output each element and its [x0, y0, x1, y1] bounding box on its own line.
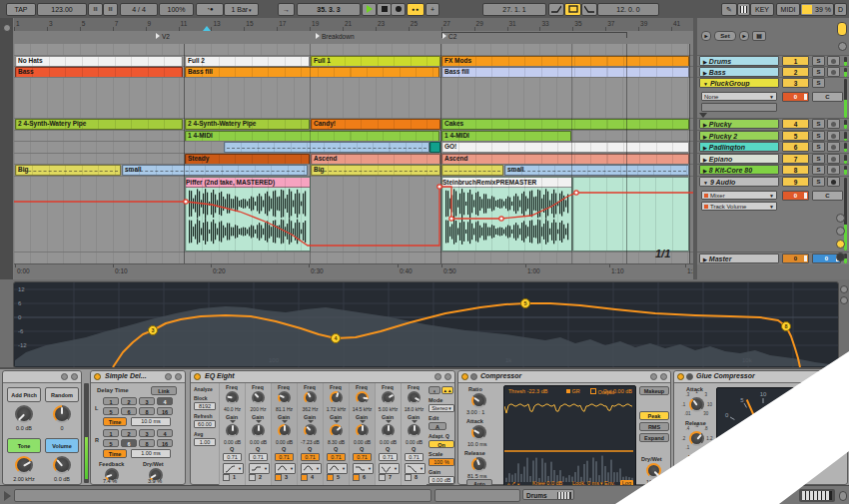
clip[interactable]: Steady — [185, 154, 310, 165]
play-icon[interactable]: ▶ — [703, 70, 707, 76]
locator-c2[interactable]: C2 — [442, 33, 456, 40]
gain-knob[interactable] — [356, 424, 369, 437]
send-slider[interactable]: 0 — [782, 191, 809, 201]
lane-epiano[interactable]: SteadyAscendAscend — [14, 153, 693, 165]
save-preset-icon[interactable] — [71, 373, 78, 380]
eq-band-handle-8[interactable]: 8 — [782, 322, 791, 331]
arm-button[interactable] — [827, 119, 840, 129]
makeup-button[interactable]: Makeup — [639, 386, 669, 395]
track-header-epiano[interactable]: ▶Epiano7S — [697, 153, 849, 165]
play-icon[interactable]: ▶ — [703, 256, 707, 262]
attack-knob[interactable] — [471, 425, 486, 440]
fold-icon[interactable] — [686, 373, 693, 380]
macro-knob[interactable] — [53, 405, 71, 423]
scroll-up-icon[interactable] — [836, 214, 845, 223]
left-delay-ms-field[interactable]: 10.0 ms — [131, 417, 171, 426]
play-icon[interactable]: ▶ — [703, 59, 707, 65]
overview-toggle-icon[interactable] — [3, 24, 11, 32]
delay-grid-button[interactable]: 8 — [139, 407, 155, 415]
analyze-toggle-icon[interactable]: ▲▲ — [441, 386, 453, 394]
arm-button[interactable] — [827, 154, 840, 164]
delay-grid-button[interactable]: 6 — [121, 407, 137, 415]
macro-knob[interactable] — [15, 456, 33, 474]
locator-row[interactable]: V2BreakdownC2 — [14, 31, 693, 45]
quantization-selector[interactable]: 1 Bar — [224, 3, 259, 16]
filter-type-selector[interactable]: ▼ — [249, 463, 270, 474]
compressor-title-bar[interactable]: Compressor — [458, 371, 670, 383]
q-field[interactable]: 0.71 — [301, 453, 320, 461]
track-name-cell[interactable]: ▶Plucky 2 — [699, 131, 779, 141]
track-name-cell[interactable]: ▶Plucky — [699, 119, 779, 129]
track-header-master[interactable]: ▶Master00 — [697, 252, 849, 264]
eq-eight-title-bar[interactable]: EQ Eight — [191, 371, 454, 383]
gain-knob[interactable] — [330, 424, 343, 437]
metronome-button[interactable]: ◔● — [196, 3, 224, 16]
refresh-field[interactable]: 60.00 — [194, 420, 216, 428]
clip[interactable]: small — [504, 165, 689, 176]
play-button[interactable] — [362, 3, 377, 16]
play-icon[interactable]: ▶ — [703, 157, 707, 163]
solo-button[interactable]: S — [812, 119, 825, 129]
freq-knob[interactable] — [226, 391, 239, 404]
q-field[interactable]: 0.71 — [275, 453, 294, 461]
solo-button[interactable]: S — [812, 142, 825, 152]
delay-grid-button[interactable]: 1 — [103, 397, 119, 405]
hot-swap-icon[interactable] — [61, 373, 68, 380]
tap-tempo-button[interactable]: TAP — [6, 3, 36, 16]
time-signature-field[interactable]: 4 / 4 — [120, 3, 158, 16]
freq-knob[interactable] — [252, 391, 265, 404]
gain-field[interactable]: 0.00 dB — [428, 476, 454, 484]
avg-field[interactable]: 1.00 — [194, 438, 216, 446]
clip[interactable]: 1 4-MIDI — [441, 131, 571, 142]
filter-type-selector[interactable]: ▼ — [327, 463, 348, 474]
track-header-9-audio[interactable]: ▼9 Audio9SMixer▼Track Volume▼0C — [697, 176, 849, 252]
edit-ab-button[interactable]: A — [428, 422, 446, 430]
band-enable-checkbox[interactable] — [379, 474, 386, 481]
filter-type-selector[interactable]: ▼ — [405, 463, 425, 474]
slider-handle[interactable] — [804, 193, 807, 199]
track-name-cell[interactable]: ▶Bass — [699, 67, 779, 77]
beat-time-ruler[interactable]: 1357911131517192123252729313335373941 — [14, 18, 693, 32]
midi-keyboard-indicator[interactable] — [799, 489, 835, 502]
release-knob[interactable] — [471, 457, 486, 472]
solo-button[interactable]: S — [812, 177, 825, 187]
lane-8-kit-core-80[interactable]: BigsmallBigsmall — [14, 164, 693, 176]
play-icon[interactable]: ▶ — [703, 134, 707, 140]
hot-swap-icon[interactable] — [165, 373, 172, 380]
filter-type-selector[interactable]: ▼ — [275, 463, 296, 474]
device-on-icon[interactable] — [94, 373, 101, 380]
track-name-cell[interactable]: ▶Epiano — [699, 154, 779, 164]
hot-swap-icon[interactable] — [434, 373, 441, 380]
arm-button[interactable] — [827, 177, 840, 187]
loop-brace[interactable] — [441, 32, 627, 38]
track-name-cell[interactable]: ▶Master — [699, 253, 779, 263]
unfold-icon[interactable]: ▼ — [703, 180, 708, 186]
automation-arm-button[interactable]: + — [425, 3, 439, 16]
delay-grid-button[interactable]: 4 — [157, 429, 173, 437]
tempo-field[interactable]: 123.00 — [37, 3, 87, 16]
delay-grid-button[interactable]: 16 — [157, 407, 173, 415]
q-field[interactable]: 0.71 — [249, 453, 268, 461]
scale-field[interactable]: 100 % — [428, 458, 454, 466]
q-field[interactable]: 0.71 — [327, 453, 346, 461]
clip[interactable]: Ascend — [311, 154, 440, 165]
freq-knob[interactable] — [278, 391, 291, 404]
clip[interactable]: GO! — [441, 142, 689, 153]
clip[interactable] — [429, 142, 440, 153]
display-option-icon[interactable] — [840, 285, 848, 293]
peak-button[interactable]: Peak — [639, 411, 669, 420]
track-header-pluckgroup[interactable]: ▼PluckGroup3SNone▼0C — [697, 77, 849, 119]
mode-selector[interactable]: Stereo — [428, 404, 454, 412]
track-header-8-kit-core-80[interactable]: ▶8 Kit-Core 808S — [697, 164, 849, 176]
delay-grid-button[interactable]: 3 — [139, 429, 155, 437]
delay-grid-button[interactable]: 16 — [157, 439, 173, 447]
right-delay-ms-field[interactable]: 1.00 ms — [131, 449, 171, 458]
attack-knob[interactable] — [689, 397, 704, 412]
arm-button[interactable] — [827, 67, 840, 77]
loop-length-field[interactable]: 12. 0. 0 — [597, 3, 659, 16]
play-icon[interactable]: ▶ — [703, 168, 707, 174]
block-field[interactable]: 8192 — [194, 402, 216, 410]
lane-9-audio[interactable]: Piffer (2nd take, MASTERED)SteinbruchRem… — [14, 176, 693, 252]
rms-button[interactable]: RMS — [639, 422, 669, 431]
band-enable-checkbox[interactable] — [353, 474, 360, 481]
